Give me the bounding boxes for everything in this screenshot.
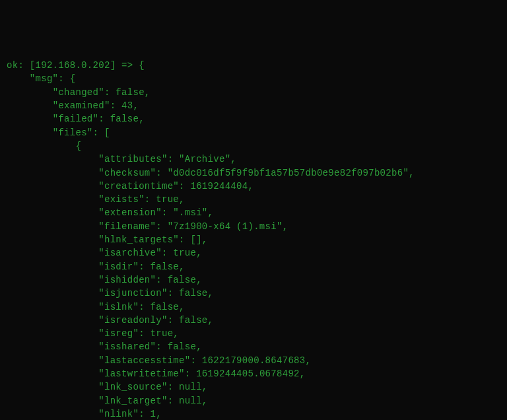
creationtime-line: "creationtime": 1619244404, bbox=[7, 180, 500, 193]
checksum-line: "checksum": "d0dc016df5f9f9bf1a57b57db0e… bbox=[7, 166, 500, 180]
status-ok: ok bbox=[7, 60, 18, 71]
failed-line: "failed": false, bbox=[7, 112, 500, 125]
lnk-target-line: "lnk_target": null, bbox=[7, 394, 500, 407]
extension-line: "extension": ".msi", bbox=[7, 206, 500, 219]
files-open-line: "files": [ bbox=[7, 126, 500, 139]
isdir-line: "isdir": false, bbox=[7, 260, 500, 273]
isreg-line: "isreg": true, bbox=[7, 327, 500, 340]
host-ip: [192.168.0.202] bbox=[30, 60, 116, 71]
attributes-line: "attributes": "Archive", bbox=[7, 153, 500, 166]
lastaccesstime-line: "lastaccesstime": 1622179000.8647683, bbox=[7, 354, 500, 367]
changed-line: "changed": false, bbox=[7, 86, 500, 99]
isarchive-line: "isarchive": true, bbox=[7, 246, 500, 260]
isreadonly-line: "isreadonly": false, bbox=[7, 314, 500, 327]
lastwritetime-line: "lastwritetime": 1619244405.0678492, bbox=[7, 367, 500, 380]
nlink-line: "nlink": 1, bbox=[7, 407, 500, 420]
ishidden-line: "ishidden": false, bbox=[7, 273, 500, 287]
hlnk-targets-line: "hlnk_targets": [], bbox=[7, 233, 500, 246]
header-line: ok: [192.168.0.202] => { bbox=[7, 59, 500, 72]
examined-line: "examined": 43, bbox=[7, 99, 500, 112]
file-open-line: { bbox=[7, 139, 500, 153]
lnk-source-line: "lnk_source": null, bbox=[7, 380, 500, 394]
terminal-output: ok: [192.168.0.202] => { "msg": { "chang… bbox=[7, 59, 500, 420]
arrow: => bbox=[121, 60, 133, 71]
exists-line: "exists": true, bbox=[7, 193, 500, 206]
isshared-line: "isshared": false, bbox=[7, 340, 500, 353]
filename-line: "filename": "7z1900-x64 (1).msi", bbox=[7, 220, 500, 233]
msg-line: "msg": { bbox=[7, 72, 500, 85]
isjunction-line: "isjunction": false, bbox=[7, 287, 500, 300]
islnk-line: "islnk": false, bbox=[7, 300, 500, 314]
